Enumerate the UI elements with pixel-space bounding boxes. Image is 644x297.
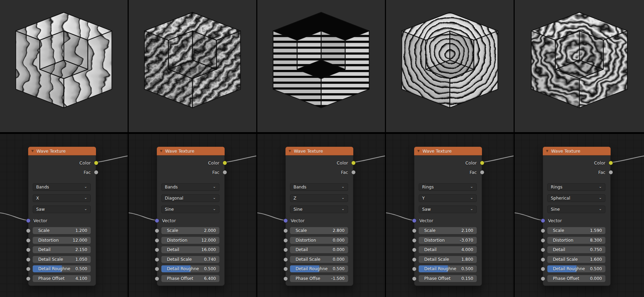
distortion-slider[interactable]: Distortion12.000 xyxy=(33,237,91,244)
phase-offset-slider[interactable]: Phase Offset6.400 xyxy=(161,275,219,282)
distortion-slider[interactable]: Distortion12.000 xyxy=(161,237,219,244)
vector-input-socket[interactable] xyxy=(541,218,545,223)
color-output-socket[interactable] xyxy=(94,161,98,165)
detail-scale-input-socket[interactable] xyxy=(283,257,288,262)
collapse-arrow-icon[interactable]: ▼ xyxy=(417,150,420,153)
detail-scale-slider[interactable]: Detail Scale1.800 xyxy=(419,256,477,263)
detail-roughne-slider[interactable]: Detail Roughne0.500 xyxy=(33,265,91,272)
detail-roughne-slider[interactable]: Detail Roughne0.500 xyxy=(419,265,477,272)
bands-direction-dropdown[interactable]: Y⌄ xyxy=(419,194,477,202)
detail-roughne-input-socket[interactable] xyxy=(541,267,545,271)
node-header[interactable]: ▼Wave Texture xyxy=(157,147,225,155)
detail-input-socket[interactable] xyxy=(283,248,288,252)
color-output-socket[interactable] xyxy=(480,161,484,165)
scale-input-socket[interactable] xyxy=(155,228,159,233)
detail-scale-input-socket[interactable] xyxy=(412,257,417,262)
fac-output-socket[interactable] xyxy=(609,170,613,175)
detail-slider[interactable]: Detail0.000 xyxy=(290,246,348,253)
scale-input-socket[interactable] xyxy=(283,228,288,233)
detail-roughne-slider[interactable]: Detail Roughne0.500 xyxy=(290,265,348,272)
scale-slider[interactable]: Scale2.100 xyxy=(419,227,477,234)
node-header[interactable]: ▼Wave Texture xyxy=(414,147,482,155)
wave-type-dropdown[interactable]: Rings⌄ xyxy=(547,183,605,191)
wave-type-dropdown[interactable]: Bands⌄ xyxy=(290,183,348,191)
distortion-slider[interactable]: Distortion8.300 xyxy=(547,237,605,244)
node-header[interactable]: ▼Wave Texture xyxy=(28,147,96,155)
wave-type-dropdown[interactable]: Bands⌄ xyxy=(161,183,219,191)
detail-slider[interactable]: Detail4.000 xyxy=(419,246,477,253)
detail-input-socket[interactable] xyxy=(26,248,31,252)
wave-profile-dropdown[interactable]: Saw⌄ xyxy=(33,206,91,213)
node-header[interactable]: ▼Wave Texture xyxy=(285,147,353,155)
collapse-arrow-icon[interactable]: ▼ xyxy=(160,150,162,153)
detail-slider[interactable]: Detail0.750 xyxy=(547,246,605,253)
collapse-arrow-icon[interactable]: ▼ xyxy=(289,150,291,153)
phase-offset-slider[interactable]: Phase Offset4.100 xyxy=(33,275,91,282)
phase-offset-input-socket[interactable] xyxy=(26,276,31,281)
wave-type-dropdown[interactable]: Rings⌄ xyxy=(419,183,477,191)
detail-roughne-input-socket[interactable] xyxy=(283,267,288,271)
detail-roughne-input-socket[interactable] xyxy=(26,267,31,271)
fac-output-socket[interactable] xyxy=(94,170,98,175)
detail-input-socket[interactable] xyxy=(155,248,159,252)
detail-slider[interactable]: Detail2.150 xyxy=(33,246,91,253)
detail-scale-input-socket[interactable] xyxy=(155,257,159,262)
scale-slider[interactable]: Scale1.200 xyxy=(33,227,91,234)
distortion-input-socket[interactable] xyxy=(155,238,159,243)
detail-input-socket[interactable] xyxy=(541,248,545,252)
detail-scale-input-socket[interactable] xyxy=(26,257,31,262)
distortion-input-socket[interactable] xyxy=(541,238,545,243)
distortion-input-socket[interactable] xyxy=(412,238,417,243)
distortion-input-socket[interactable] xyxy=(26,238,31,243)
color-output-socket[interactable] xyxy=(223,161,227,165)
detail-roughne-slider[interactable]: Detail Roughne0.500 xyxy=(161,265,219,272)
color-output-socket[interactable] xyxy=(351,161,356,165)
bands-direction-dropdown[interactable]: X⌄ xyxy=(33,194,91,202)
phase-offset-input-socket[interactable] xyxy=(155,276,159,281)
wave-type-dropdown[interactable]: Bands⌄ xyxy=(33,183,91,191)
scale-input-socket[interactable] xyxy=(412,228,417,233)
collapse-arrow-icon[interactable]: ▼ xyxy=(31,150,34,153)
wave-profile-dropdown[interactable]: Sine⌄ xyxy=(547,206,605,213)
phase-offset-input-socket[interactable] xyxy=(412,276,417,281)
distortion-input-socket[interactable] xyxy=(283,238,288,243)
fac-output-socket[interactable] xyxy=(351,170,356,175)
bands-direction-dropdown[interactable]: Diagonal⌄ xyxy=(161,194,219,202)
phase-offse-slider[interactable]: Phase Offse-1.500 xyxy=(290,275,348,282)
detail-roughne-slider[interactable]: Detail Roughne0.500 xyxy=(547,265,605,272)
vector-input-socket[interactable] xyxy=(412,218,417,223)
phase-offset-input-socket[interactable] xyxy=(541,276,545,281)
scale-slider[interactable]: Scale2.800 xyxy=(290,227,348,234)
bands-direction-dropdown[interactable]: Z⌄ xyxy=(290,194,348,202)
detail-slider[interactable]: Detail16.000 xyxy=(161,246,219,253)
color-output-socket[interactable] xyxy=(609,161,613,165)
vector-input-socket[interactable] xyxy=(155,218,159,223)
phase-offset-slider[interactable]: Phase Offset0.000 xyxy=(547,275,605,282)
detail-roughne-input-socket[interactable] xyxy=(155,267,159,271)
detail-scale-input-socket[interactable] xyxy=(541,257,545,262)
detail-roughne-input-socket[interactable] xyxy=(412,267,417,271)
distortion-slider[interactable]: Distortion0.000 xyxy=(290,237,348,244)
scale-input-socket[interactable] xyxy=(541,228,545,233)
detail-scale-slider[interactable]: Detail Scale0.740 xyxy=(161,256,219,263)
detail-scale-slider[interactable]: Detail Scale1.050 xyxy=(33,256,91,263)
collapse-arrow-icon[interactable]: ▼ xyxy=(546,150,548,153)
vector-input-socket[interactable] xyxy=(26,218,31,223)
scale-slider[interactable]: Scale2.000 xyxy=(161,227,219,234)
wave-profile-dropdown[interactable]: Sine⌄ xyxy=(161,206,219,213)
wave-profile-dropdown[interactable]: Sine⌄ xyxy=(290,206,348,213)
fac-output-socket[interactable] xyxy=(223,170,227,175)
node-header[interactable]: ▼Wave Texture xyxy=(543,147,611,155)
phase-offse-input-socket[interactable] xyxy=(283,276,288,281)
scale-input-socket[interactable] xyxy=(26,228,31,233)
detail-scale-slider[interactable]: Detail Scale1.600 xyxy=(547,256,605,263)
wave-profile-dropdown[interactable]: Saw⌄ xyxy=(419,206,477,213)
phase-offset-slider[interactable]: Phase Offset0.150 xyxy=(419,275,477,282)
detail-input-socket[interactable] xyxy=(412,248,417,252)
fac-output-socket[interactable] xyxy=(480,170,484,175)
distortion-slider[interactable]: Distortion-3.070 xyxy=(419,237,477,244)
scale-slider[interactable]: Scale1.590 xyxy=(547,227,605,234)
vector-input-socket[interactable] xyxy=(283,218,288,223)
bands-direction-dropdown[interactable]: Spherical⌄ xyxy=(547,194,605,202)
detail-scale-slider[interactable]: Detail Scale0.000 xyxy=(290,256,348,263)
